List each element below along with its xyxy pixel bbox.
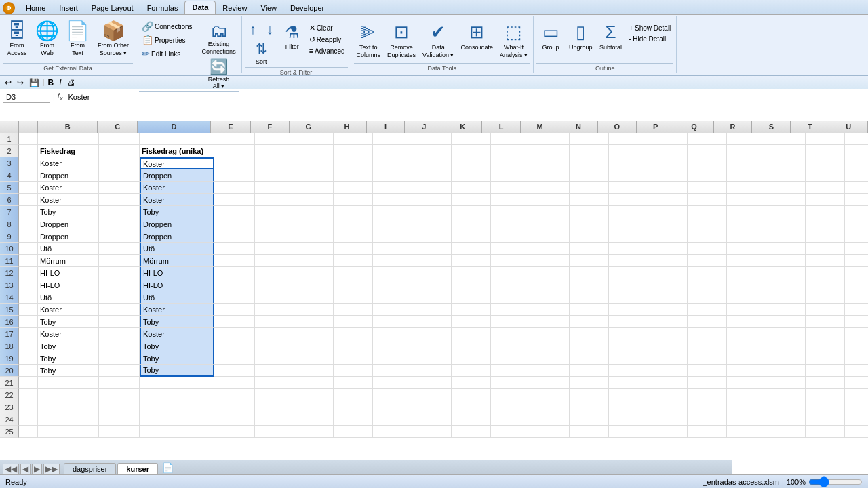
cell-S2[interactable] bbox=[766, 145, 806, 157]
cell-P18[interactable] bbox=[648, 340, 688, 352]
cell-Q4[interactable] bbox=[688, 169, 727, 182]
cell-I10[interactable] bbox=[373, 243, 412, 255]
reapply-button[interactable]: ↺ Reapply bbox=[307, 35, 348, 45]
cell-M16[interactable] bbox=[530, 316, 570, 328]
bold-icon[interactable]: B bbox=[46, 77, 56, 88]
cell-N21[interactable] bbox=[570, 377, 609, 389]
cell-N12[interactable] bbox=[570, 267, 609, 279]
cell-E8[interactable] bbox=[214, 218, 255, 230]
cell-H4[interactable] bbox=[334, 169, 373, 182]
existing-connections-button[interactable]: 🗂 ExistingConnections bbox=[199, 20, 239, 57]
cell-S13[interactable] bbox=[766, 279, 806, 291]
cell-R1[interactable] bbox=[727, 133, 766, 145]
from-other-sources-button[interactable]: 📦 From OtherSources ▾ bbox=[94, 20, 133, 58]
cell-S20[interactable] bbox=[766, 365, 806, 377]
cell-S14[interactable] bbox=[766, 291, 806, 304]
cell-Q10[interactable] bbox=[688, 243, 727, 255]
cell-Q13[interactable] bbox=[688, 279, 727, 291]
cell-Q5[interactable] bbox=[688, 182, 727, 194]
ungroup-button[interactable]: ▯ Ungroup bbox=[566, 20, 595, 53]
cell-J16[interactable] bbox=[412, 316, 452, 328]
cell-G3[interactable] bbox=[294, 157, 334, 169]
cell-C23[interactable] bbox=[99, 401, 140, 413]
cell-G2[interactable] bbox=[294, 145, 334, 157]
cell-F18[interactable] bbox=[255, 340, 294, 352]
cell-N18[interactable] bbox=[570, 340, 609, 352]
cell-H24[interactable] bbox=[334, 413, 373, 426]
cell-P4[interactable] bbox=[648, 169, 688, 182]
row-header-8[interactable]: 8 bbox=[0, 218, 19, 230]
cell-D9[interactable]: Droppen bbox=[140, 230, 214, 243]
from-access-button[interactable]: 🗄 FromAccess bbox=[3, 20, 31, 58]
cell-B2[interactable]: Fiskedrag bbox=[38, 145, 99, 157]
cell-D16[interactable]: Toby bbox=[140, 316, 214, 328]
cell-F21[interactable] bbox=[255, 377, 294, 389]
cell-R16[interactable] bbox=[727, 316, 766, 328]
cell-K15[interactable] bbox=[452, 304, 491, 316]
row-header-24[interactable]: 24 bbox=[0, 413, 19, 426]
cell-C25[interactable] bbox=[99, 426, 140, 438]
cell-T4[interactable] bbox=[806, 169, 845, 182]
cell-T11[interactable] bbox=[806, 255, 845, 267]
cell-S7[interactable] bbox=[766, 206, 806, 218]
cell-C15[interactable] bbox=[99, 304, 140, 316]
cell-F17[interactable] bbox=[255, 328, 294, 340]
cell-R4[interactable] bbox=[727, 169, 766, 182]
cell-N4[interactable] bbox=[570, 169, 609, 182]
cell-I11[interactable] bbox=[373, 255, 412, 267]
row-header-13[interactable]: 13 bbox=[0, 279, 19, 291]
cell-H8[interactable] bbox=[334, 218, 373, 230]
cell-I24[interactable] bbox=[373, 413, 412, 426]
cell-R19[interactable] bbox=[727, 352, 766, 365]
cell-H20[interactable] bbox=[334, 365, 373, 377]
col-header-O[interactable]: O bbox=[598, 121, 637, 133]
cell-Q9[interactable] bbox=[688, 230, 727, 243]
row-header-14[interactable]: 14 bbox=[0, 291, 19, 304]
cell-U11[interactable] bbox=[845, 255, 868, 267]
cell-S12[interactable] bbox=[766, 267, 806, 279]
cell-O5[interactable] bbox=[609, 182, 648, 194]
undo-icon[interactable]: ↩ bbox=[3, 77, 14, 88]
cell-O1[interactable] bbox=[609, 133, 648, 145]
cell-E13[interactable] bbox=[214, 279, 255, 291]
cell-G14[interactable] bbox=[294, 291, 334, 304]
cell-J15[interactable] bbox=[412, 304, 452, 316]
cell-P17[interactable] bbox=[648, 328, 688, 340]
cell-P23[interactable] bbox=[648, 401, 688, 413]
cell-M14[interactable] bbox=[530, 291, 570, 304]
tab-formulas[interactable]: Formulas bbox=[140, 2, 185, 14]
cell-I6[interactable] bbox=[373, 194, 412, 206]
cell-A12[interactable] bbox=[19, 267, 38, 279]
cell-D15[interactable]: Koster bbox=[140, 304, 214, 316]
cell-G23[interactable] bbox=[294, 401, 334, 413]
cell-G16[interactable] bbox=[294, 316, 334, 328]
cell-D10[interactable]: Utö bbox=[140, 243, 214, 255]
consolidate-button[interactable]: ⊞ Consolidate bbox=[458, 20, 496, 53]
cell-J24[interactable] bbox=[412, 413, 452, 426]
cell-O21[interactable] bbox=[609, 377, 648, 389]
cell-D22[interactable] bbox=[140, 389, 214, 401]
properties-button[interactable]: 📋 Properties bbox=[139, 34, 195, 46]
office-button[interactable]: ⊕ bbox=[3, 2, 15, 14]
cell-A8[interactable] bbox=[19, 218, 38, 230]
cell-K17[interactable] bbox=[452, 328, 491, 340]
cell-C17[interactable] bbox=[99, 328, 140, 340]
cell-B16[interactable]: Toby bbox=[38, 316, 99, 328]
cell-P11[interactable] bbox=[648, 255, 688, 267]
cell-J7[interactable] bbox=[412, 206, 452, 218]
cell-C22[interactable] bbox=[99, 389, 140, 401]
cell-L25[interactable] bbox=[491, 426, 530, 438]
cell-B5[interactable]: Koster bbox=[38, 182, 99, 194]
cell-E22[interactable] bbox=[214, 389, 255, 401]
cell-L15[interactable] bbox=[491, 304, 530, 316]
cell-R2[interactable] bbox=[727, 145, 766, 157]
cell-J4[interactable] bbox=[412, 169, 452, 182]
cell-N5[interactable] bbox=[570, 182, 609, 194]
cell-B14[interactable]: Utö bbox=[38, 291, 99, 304]
cell-J25[interactable] bbox=[412, 426, 452, 438]
cell-E15[interactable] bbox=[214, 304, 255, 316]
cell-F22[interactable] bbox=[255, 389, 294, 401]
cell-M22[interactable] bbox=[530, 389, 570, 401]
cell-N13[interactable] bbox=[570, 279, 609, 291]
cell-G24[interactable] bbox=[294, 413, 334, 426]
